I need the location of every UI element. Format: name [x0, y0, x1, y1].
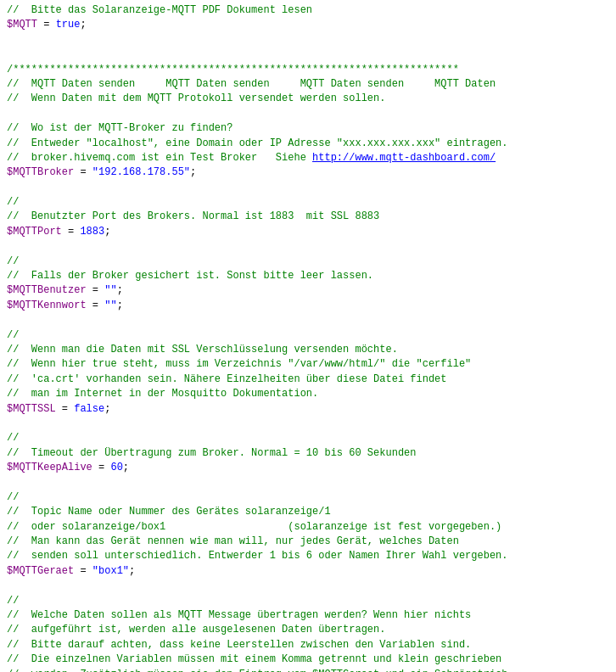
variable-token: $MQTTGeraet	[7, 565, 74, 577]
code-line: // Entweder "localhost", eine Domain ode…	[7, 137, 609, 151]
code-line	[7, 107, 609, 121]
string-token: "192.168.178.55"	[92, 166, 190, 178]
comment-text: //	[7, 432, 19, 444]
code-line: // Wenn hier true steht, muss im Verzeic…	[7, 357, 609, 372]
comment-text: /***************************************…	[7, 64, 459, 76]
comment-text: // Bitte das Solaranzeige-MQTT PDF Dokum…	[7, 4, 312, 16]
comment-text: // 'ca.crt' vorhanden sein. Nähere Einze…	[7, 373, 446, 385]
comment-text: //	[7, 491, 19, 503]
variable-token: $MQTTSSL	[7, 403, 56, 415]
comment-text: // oder solaranzeige/box1 (solaranzeige …	[7, 521, 501, 533]
code-line: $MQTTKeepAlive = 60;	[7, 461, 609, 475]
plain-token: ;	[80, 19, 86, 31]
code-line: // broker.hivemq.com ist ein Test Broker…	[7, 151, 609, 165]
plain-token: =	[56, 403, 75, 415]
code-line: $MQTTGeraet = "box1";	[7, 564, 609, 579]
keyword-token: false	[74, 403, 104, 415]
variable-token: $MQTTKennwort	[7, 300, 87, 311]
comment-text: //	[7, 595, 19, 607]
plain-token: =	[37, 19, 56, 31]
code-line: // senden soll unterschiedlich. Entwerde…	[7, 549, 609, 563]
code-line: // werden. Zusätzlich müssen sie den Ein…	[7, 668, 609, 672]
number-token: 60	[110, 462, 122, 473]
code-line: //	[7, 594, 609, 608]
plain-token: =	[87, 300, 105, 311]
comment-text: // MQTT Daten senden MQTT Daten senden M…	[7, 78, 496, 90]
code-line: //	[7, 490, 609, 505]
code-line	[7, 239, 609, 254]
code-line: // Timeout der Übertragung zum Broker. N…	[7, 446, 609, 461]
code-line: $MQTTSSL = false;	[7, 402, 609, 417]
code-container: // Bitte das Solaranzeige-MQTT PDF Dokum…	[0, 0, 616, 672]
comment-text: // Wo ist der MQTT-Broker zu finden?	[7, 122, 232, 134]
plain-token: =	[62, 226, 81, 238]
plain-token: =	[87, 284, 105, 296]
variable-token: $MQTTBroker	[7, 166, 74, 178]
code-line: // Bitte das Solaranzeige-MQTT PDF Dokum…	[7, 3, 609, 18]
comment-text: // Wenn hier true steht, muss im Verzeic…	[7, 358, 471, 370]
code-line: // Benutzter Port des Brokers. Normal is…	[7, 210, 609, 224]
plain-token: ;	[123, 462, 129, 473]
code-line: // Topic Name oder Nummer des Gerätes so…	[7, 505, 609, 519]
plain-token: ;	[190, 166, 196, 178]
comment-text: // Bitte darauf achten, dass keine Leers…	[7, 639, 471, 651]
code-line: // man im Internet in der Mosquitto Doku…	[7, 387, 609, 401]
comment-text: // Die einzelnen Variablen müssen mit ei…	[7, 653, 501, 665]
code-line: // oder solaranzeige/box1 (solaranzeige …	[7, 520, 609, 535]
comment-text: // Wenn Daten mit dem MQTT Protokoll ver…	[7, 92, 385, 104]
comment-text: // Falls der Broker gesichert ist. Sonst…	[7, 270, 373, 282]
code-line: // Wenn Daten mit dem MQTT Protokoll ver…	[7, 92, 609, 106]
code-line: // Bitte darauf achten, dass keine Leers…	[7, 638, 609, 652]
variable-token: $MQTTBenutzer	[7, 284, 87, 296]
string-token: "box1"	[92, 565, 129, 577]
comment-text: //	[7, 329, 19, 341]
plain-token: =	[74, 565, 92, 577]
code-line: //	[7, 328, 609, 343]
code-line	[7, 417, 609, 431]
string-token: ""	[104, 300, 116, 311]
keyword-token: true	[56, 19, 81, 31]
code-line: // Wo ist der MQTT-Broker zu finden?	[7, 121, 609, 136]
comment-text: // Welche Daten sollen als MQTT Message …	[7, 609, 471, 621]
code-line	[7, 33, 609, 48]
plain-token: ;	[117, 300, 123, 311]
code-line: $MQTTBroker = "192.168.178.55";	[7, 165, 609, 180]
string-token: ""	[104, 284, 116, 296]
variable-token: $MQTTKeepAlive	[7, 462, 92, 473]
plain-token: =	[74, 166, 92, 178]
code-line	[7, 476, 609, 490]
comment-text: // werden. Zusätzlich müssen sie den Ein…	[7, 669, 508, 672]
comment-text: // Timeout der Übertragung zum Broker. N…	[7, 447, 416, 459]
code-line: // Wenn man die Daten mit SSL Verschlüss…	[7, 343, 609, 357]
plain-token: ;	[104, 226, 110, 238]
code-line: //	[7, 431, 609, 445]
number-token: 1883	[80, 226, 104, 238]
comment-link[interactable]: http://www.mqtt-dashboard.com/	[312, 152, 496, 164]
code-line: $MQTTPort = 1883;	[7, 225, 609, 239]
variable-token: $MQTT	[7, 19, 37, 31]
comment-text: // man im Internet in der Mosquitto Doku…	[7, 388, 318, 400]
plain-token: ;	[117, 284, 123, 296]
code-line: // aufgeführt ist, werden alle ausgelese…	[7, 623, 609, 637]
code-line	[7, 48, 609, 62]
comment-text: // broker.hivemq.com ist ein Test Broker…	[7, 152, 312, 164]
code-line: //	[7, 255, 609, 269]
code-lines: // Bitte das Solaranzeige-MQTT PDF Dokum…	[7, 3, 609, 672]
code-line: // Man kann das Gerät nennen wie man wil…	[7, 535, 609, 549]
comment-text: //	[7, 196, 19, 208]
code-line: //	[7, 195, 609, 210]
code-line: // 'ca.crt' vorhanden sein. Nähere Einze…	[7, 372, 609, 387]
comment-text: // Wenn man die Daten mit SSL Verschlüss…	[7, 344, 398, 356]
plain-token: ;	[129, 565, 135, 577]
code-line: $MQTTKennwort = "";	[7, 299, 609, 313]
comment-text: // Man kann das Gerät nennen wie man wil…	[7, 535, 459, 547]
comment-text: //	[7, 255, 19, 267]
comment-text: // Topic Name oder Nummer des Gerätes so…	[7, 506, 331, 518]
comment-text: // aufgeführt ist, werden alle ausgelese…	[7, 624, 385, 636]
plain-token: =	[92, 462, 111, 473]
code-line: // Falls der Broker gesichert ist. Sonst…	[7, 269, 609, 283]
comment-text: // senden soll unterschiedlich. Entwerde…	[7, 550, 508, 562]
code-line: $MQTTBenutzer = "";	[7, 283, 609, 298]
plain-token: ;	[104, 403, 110, 415]
comment-text: // Benutzter Port des Brokers. Normal is…	[7, 210, 379, 222]
